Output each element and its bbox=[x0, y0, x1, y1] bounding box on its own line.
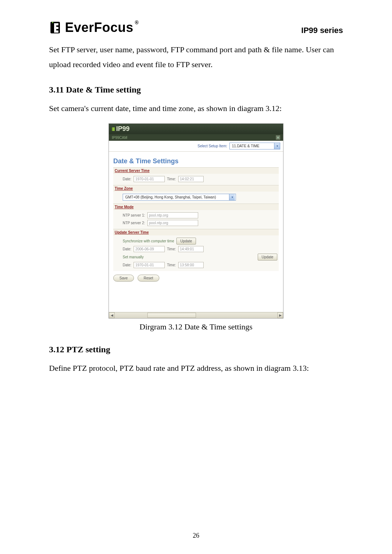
scrollbar-thumb[interactable] bbox=[147, 313, 196, 318]
manual-date-label: Date: bbox=[123, 263, 131, 267]
current-time-input[interactable]: 14:02:21 bbox=[178, 176, 204, 182]
logo-square-icon bbox=[112, 127, 115, 131]
sync-time-input[interactable]: 14:49:01 bbox=[178, 246, 204, 252]
series-label: IP99 series bbox=[301, 26, 343, 35]
svg-point-1 bbox=[52, 22, 53, 23]
manual-date-input[interactable]: 1970-01-01 bbox=[134, 262, 165, 268]
manual-label: Set manually bbox=[123, 255, 144, 259]
page-title: Date & Time Settings bbox=[113, 157, 279, 165]
select-setup-dropdown[interactable]: 11.DATE & TIME ▾ bbox=[229, 143, 280, 149]
window-title: IP99 bbox=[116, 125, 130, 133]
close-icon[interactable]: × bbox=[276, 135, 280, 140]
sync-date-label: Date: bbox=[123, 247, 131, 251]
figure-caption: Dirgram 3.12 Date & Time settings bbox=[49, 322, 343, 332]
section-heading-ptz: 3.12 PTZ setting bbox=[49, 345, 343, 354]
chevron-down-icon: ▾ bbox=[229, 194, 235, 200]
timezone-value: GMT+08 (Beijing, Hong Kong, Shanghai, Ta… bbox=[123, 195, 229, 199]
scroll-left-icon[interactable]: ◀ bbox=[109, 312, 115, 318]
settings-screenshot: IP99 IP99CAM × Select Setup Item: 11.DAT… bbox=[109, 123, 283, 319]
sync-date-input[interactable]: 2006-06-09 bbox=[134, 246, 165, 252]
manual-time-label: Time: bbox=[167, 263, 176, 267]
scroll-right-icon[interactable]: ▶ bbox=[277, 312, 283, 318]
intro-paragraph: Set FTP server, user name, password, FTP… bbox=[49, 42, 343, 72]
section-time-zone: Time Zone bbox=[113, 185, 279, 192]
chevron-down-icon: ▾ bbox=[274, 143, 280, 149]
window-subtitle: IP99CAM bbox=[112, 136, 127, 140]
section-heading-date-time: 3.11 Date & Time setting bbox=[49, 85, 343, 95]
current-date-input[interactable]: 1970-01-01 bbox=[134, 176, 165, 182]
section-update-server-time: Update Server Time bbox=[113, 229, 279, 235]
section-current-server-time: Current Server Time bbox=[113, 167, 279, 174]
manual-time-input[interactable]: 13:58:00 bbox=[178, 262, 204, 268]
ntp1-label: NTP server 1: bbox=[123, 213, 145, 217]
sync-label: Synchronize with computer time bbox=[123, 239, 174, 243]
select-setup-value: 11.DATE & TIME bbox=[230, 144, 274, 148]
page-number: 26 bbox=[0, 532, 392, 539]
brand-logo: EverFocus ® bbox=[49, 20, 139, 35]
save-button[interactable]: Save bbox=[113, 275, 134, 282]
window-titlebar: IP99 bbox=[109, 124, 283, 134]
logo-icon bbox=[49, 20, 64, 35]
section-paragraph-date-time: Set camera's current date, time and time… bbox=[49, 101, 343, 116]
ntp2-input[interactable]: pool.ntp.org bbox=[147, 220, 198, 226]
sync-time-label: Time: bbox=[167, 247, 176, 251]
horizontal-scrollbar[interactable]: ◀ ▶ bbox=[109, 312, 283, 318]
scrollbar-track[interactable] bbox=[115, 313, 277, 318]
ntp1-input[interactable]: pool.ntp.org bbox=[147, 212, 198, 218]
section-time-mode: Time Mode bbox=[113, 204, 279, 210]
sync-update-button[interactable]: Update bbox=[176, 238, 196, 245]
brand-text: EverFocus bbox=[65, 20, 134, 35]
window-subtitle-bar: IP99CAM × bbox=[109, 134, 283, 141]
select-setup-label: Select Setup Item: bbox=[197, 144, 227, 148]
ntp2-label: NTP server 2: bbox=[123, 221, 145, 225]
current-date-label: Date: bbox=[123, 177, 131, 181]
current-time-label: Time: bbox=[167, 177, 176, 181]
timezone-dropdown[interactable]: GMT+08 (Beijing, Hong Kong, Shanghai, Ta… bbox=[123, 194, 236, 201]
manual-update-button[interactable]: Update bbox=[258, 254, 277, 260]
registered-mark: ® bbox=[135, 20, 139, 25]
section-paragraph-ptz: Define PTZ protocol, PTZ baud rate and P… bbox=[49, 361, 343, 376]
reset-button[interactable]: Reset bbox=[138, 275, 159, 282]
